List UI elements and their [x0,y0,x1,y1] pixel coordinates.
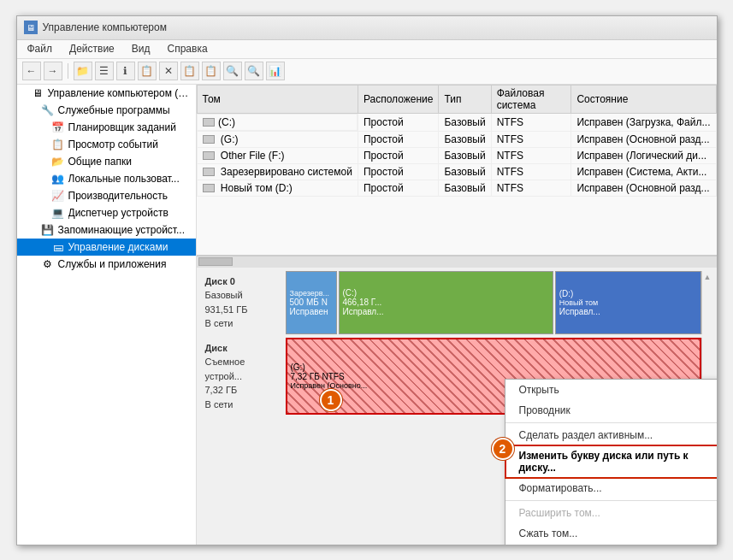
cell-type-4: Базовый [439,180,491,196]
ctx-explorer[interactable]: Проводник [505,400,717,421]
cell-type-2: Базовый [439,147,491,163]
cell-fs-2: NTFS [491,147,571,163]
col-type[interactable]: Тип [439,85,491,113]
scrollbar-thumb[interactable] [198,257,233,266]
table-row[interactable]: Other File (F:) Простой Базовый NTFS Исп… [197,147,716,163]
table-row[interactable]: (C:) Простой Базовый NTFS Исправен (Загр… [197,113,716,131]
sidebar-item-svcapps[interactable]: ⚙ Службы и приложения [17,256,196,273]
cell-volume-3: Зарезервировано системой [197,163,358,180]
events-icon: 📋 [51,138,65,151]
chart-button[interactable]: 📊 [266,62,285,80]
part-size: 500 МБ N [290,298,328,307]
cell-status-1: Исправен (Основной разд... [571,131,716,147]
ctx-shrink[interactable]: Сжать том... [505,523,717,544]
partition-reserved[interactable]: Зарезерв... 500 МБ N Исправен [286,271,337,334]
forward-button[interactable]: → [44,62,62,80]
delete-button[interactable]: ✕ [159,62,178,80]
cell-loc-4: Простой [358,180,439,196]
menu-help[interactable]: Справка [164,41,211,56]
storage-icon: 💾 [41,223,55,237]
cell-loc-2: Простой [358,147,439,163]
cell-fs-0: NTFS [491,113,571,131]
menu-file[interactable]: Файл [24,41,56,56]
cell-volume-2: Other File (F:) [197,147,358,163]
disk-partitions-0: Зарезерв... 500 МБ N Исправен (C:) 466,1… [286,271,701,334]
sidebar-item-perf[interactable]: 📈 Производительность [17,187,196,204]
sidebar-label-events: Просмотр событий [68,139,158,150]
disk-info-0: Диск 0 Базовый 931,51 ГБ В сети [200,271,286,334]
devman-icon: 💻 [51,206,65,220]
search-button[interactable]: 🔍 [223,62,242,80]
disk-type-1: Съемное устрой... [205,355,281,383]
list-button[interactable]: ☰ [95,62,114,80]
col-volume[interactable]: Том [197,85,358,113]
sidebar-label-devman: Диспетчер устройств [68,207,168,219]
folder-button[interactable]: 📁 [74,62,92,80]
cell-volume-4: Новый том (D:) [197,180,358,196]
cell-volume-1: (G:) [197,131,358,147]
partition-d[interactable]: (D:) Новый том Исправл... [555,271,701,334]
part-status-c: Исправл... [343,307,384,316]
sidebar-item-diskmgr[interactable]: 🖴 Управление дисками [17,239,196,256]
sidebar-item-shares[interactable]: 📂 Общие папки [17,153,196,170]
sidebar-label-services: Служебные программы [58,104,170,116]
scheduler-icon: 📅 [51,121,65,134]
col-location[interactable]: Расположение [358,85,439,113]
services-icon: 🔧 [41,103,55,117]
ctx-format[interactable]: Форматировать... [505,478,717,498]
paste-button[interactable]: 📋 [202,62,221,80]
info-button[interactable]: ℹ [116,62,135,80]
menu-bar: Файл Действие Вид Справка [17,40,717,59]
sidebar-label-diskmgr: Управление дисками [68,241,168,253]
volume-table-area: Том Расположение Тип Файловая система Со… [197,85,717,256]
main-content: 🖥 Управление компьютером (л... 🔧 Служебн… [17,85,717,545]
copy-button[interactable]: 📋 [180,62,199,80]
right-scrollbar[interactable]: ▲ [701,271,713,334]
table-row[interactable]: Новый том (D:) Простой Базовый NTFS Испр… [197,180,716,196]
disk-row-0: Диск 0 Базовый 931,51 ГБ В сети Зарезерв… [200,271,713,334]
diskmgr-icon: 🖴 [51,240,65,254]
sidebar-item-events[interactable]: 📋 Просмотр событий [17,136,196,153]
sidebar-item-root[interactable]: 🖥 Управление компьютером (л... [17,85,196,102]
new-button[interactable]: 📋 [138,62,157,80]
ctx-extend: Расширить том... [505,503,717,523]
horizontal-scrollbar[interactable] [197,256,717,268]
sidebar-label-perf: Производительность [68,190,168,202]
menu-view[interactable]: Вид [128,41,154,56]
part-size-g: 7,32 ГБ NTFS [291,372,345,381]
table-row[interactable]: (G:) Простой Базовый NTFS Исправен (Осно… [197,131,716,147]
context-menu: 2 Открыть Проводник Сделать раздел актив… [505,379,717,545]
sidebar-item-devman[interactable]: 💻 Диспетчер устройств [17,204,196,221]
sidebar-label-scheduler: Планировщик заданий [68,121,176,133]
cell-loc-0: Простой [358,113,439,131]
main-window: 🖥 Управление компьютером Файл Действие В… [16,15,718,545]
sidebar-item-storage[interactable]: 💾 Запоминающие устройст... [17,221,196,239]
ctx-open[interactable]: Открыть [505,380,717,400]
cell-loc-3: Простой [358,163,439,180]
localusers-icon: 👥 [51,172,65,186]
sidebar-label-svcapps: Службы и приложения [58,258,167,270]
sidebar-item-localusers[interactable]: 👥 Локальные пользоват... [17,170,196,187]
svcapps-icon: ⚙ [41,257,55,271]
disk-size-0: 931,51 ГБ [205,303,281,317]
cell-type-3: Базовый [439,163,491,180]
menu-action[interactable]: Действие [66,41,118,56]
back-button[interactable]: ← [22,62,41,80]
filter-button[interactable]: 🔍 [245,62,263,80]
cell-fs-4: NTFS [491,180,571,196]
col-fs[interactable]: Файловая система [491,85,571,113]
volume-table: Том Расположение Тип Файловая система Со… [197,85,717,197]
shares-icon: 📂 [51,155,65,168]
partition-c[interactable]: (C:) 466,18 Г... Исправл... [339,271,553,334]
table-row[interactable]: Зарезервировано системой Простой Базовый… [197,163,716,180]
root-icon: 🖥 [31,86,44,100]
sidebar-item-services[interactable]: 🔧 Служебные программы [17,102,196,119]
ctx-change-letter[interactable]: Изменить букву диска или путь к диску... [505,445,717,478]
part-drive-c: (C:) [343,288,358,298]
cell-type-0: Базовый [439,113,491,131]
cell-status-0: Исправен (Загрузка, Файл... [571,113,716,131]
sidebar-item-scheduler[interactable]: 📅 Планировщик заданий [17,119,196,136]
sidebar-label-shares: Общие папки [68,156,132,168]
col-status[interactable]: Состояние [571,85,716,113]
ctx-make-active[interactable]: Сделать раздел активным... [505,425,717,445]
